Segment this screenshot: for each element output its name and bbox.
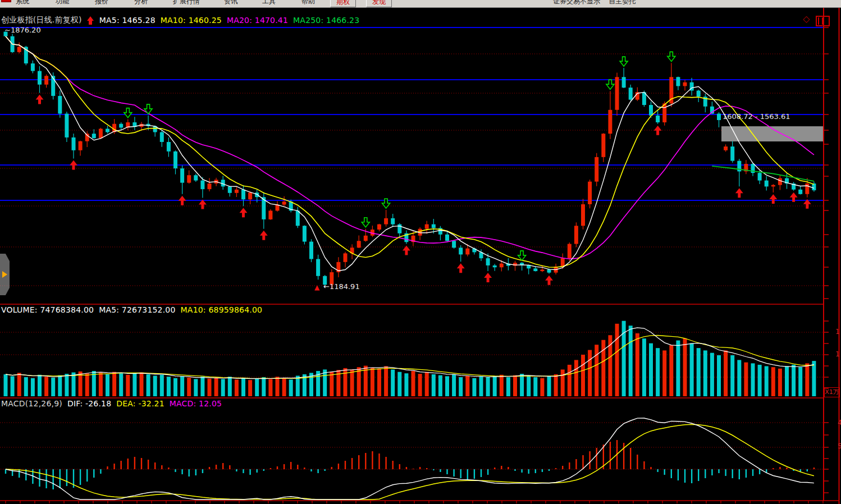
chart-canvas[interactable] bbox=[0, 0, 841, 504]
volume-header: VOLUME: 74768384.00 MA5: 72673152.00 MA1… bbox=[1, 305, 262, 314]
low-price-label: ←1184.91 bbox=[323, 282, 360, 291]
macd-header: MACD(12,26,9) DIF: -26.18 DEA: -32.21 MA… bbox=[1, 399, 222, 408]
multi-window-icon[interactable] bbox=[816, 16, 830, 26]
gap-range-label: 1608.72 - 1563.61 bbox=[723, 112, 790, 121]
volume-axis-label: 1 bbox=[835, 350, 840, 358]
menu-item-news[interactable]: 资讯 bbox=[224, 0, 237, 7]
volume-ma5-value: MA5: 72673152.00 bbox=[99, 305, 175, 314]
macd-value: MACD: 12.05 bbox=[170, 399, 222, 408]
menu-item-tools[interactable]: 工具 bbox=[262, 0, 276, 7]
menu-item-discover[interactable]: 发现 bbox=[366, 0, 392, 7]
low-marker-icon: ▲ bbox=[314, 283, 319, 291]
dea-value: DEA: -32.21 bbox=[116, 399, 164, 408]
macd-axis-label: 5 bbox=[838, 442, 841, 450]
ma20-value: MA20: 1470.41 bbox=[227, 16, 288, 25]
app-logo-icon[interactable] bbox=[1, 0, 11, 2]
menu-item-quote[interactable]: 报价 bbox=[95, 0, 108, 7]
instrument-title[interactable]: 创业板指(日线.前复权) bbox=[1, 15, 82, 25]
kline-header: 创业板指(日线.前复权) MA5: 1465.28 MA10: 1460.25 … bbox=[1, 15, 359, 25]
diamond-marker-icon[interactable]: ◇ bbox=[803, 15, 810, 24]
macd-axis-label: 4 bbox=[838, 419, 841, 427]
menu-item-help[interactable]: 帮助 bbox=[301, 0, 315, 7]
menu-item-system[interactable]: 系统 bbox=[16, 0, 29, 7]
ma5-value: MA5: 1465.28 bbox=[99, 16, 156, 25]
volume-value: VOLUME: 74768384.00 bbox=[1, 305, 94, 314]
red-up-arrow-icon bbox=[87, 16, 94, 25]
expand-arrow-icon bbox=[2, 271, 7, 278]
trading-status-text[interactable]: 证券交易不显示 自主委托 bbox=[553, 0, 636, 7]
menu-item-extended-quote[interactable]: 扩展行情 bbox=[173, 0, 200, 7]
volume-axis-label: 1 bbox=[835, 328, 840, 336]
menu-item-function[interactable]: 功能 bbox=[56, 0, 69, 7]
menu-item-options[interactable]: 期权 bbox=[330, 0, 356, 7]
ma250-value: MA250: 1466.23 bbox=[293, 16, 359, 25]
dif-value: DIF: -26.18 bbox=[67, 399, 111, 408]
volume-multiplier-label: X1万 bbox=[824, 387, 840, 397]
volume-ma10-value: MA10: 68959864.00 bbox=[181, 305, 263, 314]
high-price-label: ~1876.20 bbox=[4, 26, 41, 34]
menu-item-analysis[interactable]: 分析 bbox=[134, 0, 148, 7]
ma10-value: MA10: 1460.25 bbox=[161, 16, 222, 25]
stock-app-window: 系统 功能 报价 分析 扩展行情 资讯 工具 帮助 期权 发现 证券交易不显示 … bbox=[0, 0, 841, 504]
sidebar-expand-handle[interactable] bbox=[0, 254, 10, 295]
menu-bar: 系统 功能 报价 分析 扩展行情 资讯 工具 帮助 期权 发现 证券交易不显示 … bbox=[0, 0, 841, 8]
macd-name: MACD(12,26,9) bbox=[1, 399, 62, 408]
